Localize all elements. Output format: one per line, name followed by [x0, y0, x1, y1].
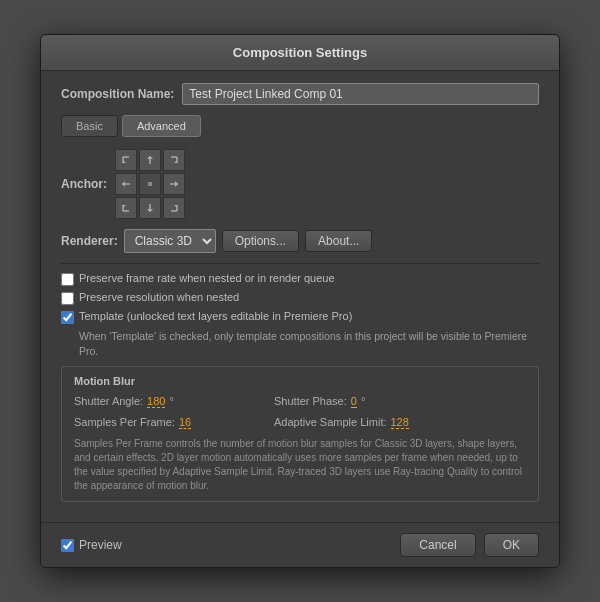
anchor-middle-left[interactable] — [115, 173, 137, 195]
motion-blur-section: Motion Blur Shutter Angle: 180 ° Shutter… — [61, 366, 539, 502]
motion-blur-title: Motion Blur — [74, 375, 526, 387]
anchor-middle-right[interactable] — [163, 173, 185, 195]
renderer-select[interactable]: Classic 3D — [124, 229, 216, 253]
template-label: Template (unlocked text layers editable … — [79, 310, 352, 322]
svg-marker-12 — [174, 205, 177, 208]
shutter-phase-unit: ° — [361, 395, 365, 407]
motion-blur-description: Samples Per Frame controls the number of… — [74, 437, 526, 493]
about-button[interactable]: About... — [305, 230, 372, 252]
shutter-phase-value[interactable]: 0 — [351, 395, 357, 408]
shutter-angle-value[interactable]: 180 — [147, 395, 165, 408]
template-checkbox[interactable] — [61, 311, 74, 324]
bottom-bar: Preview Cancel OK — [41, 522, 559, 567]
button-group: Cancel OK — [400, 533, 539, 557]
ok-button[interactable]: OK — [484, 533, 539, 557]
dialog-title: Composition Settings — [41, 35, 559, 71]
comp-name-input[interactable] — [182, 83, 539, 105]
adaptive-value[interactable]: 128 — [391, 416, 409, 429]
preserve-resolution-label: Preserve resolution when nested — [79, 291, 239, 303]
shutter-phase-item: Shutter Phase: 0 ° — [274, 395, 474, 408]
samples-value[interactable]: 16 — [179, 416, 191, 429]
anchor-grid — [115, 149, 185, 219]
samples-item: Samples Per Frame: 16 — [74, 416, 274, 429]
cancel-button[interactable]: Cancel — [400, 533, 475, 557]
adaptive-label: Adaptive Sample Limit: — [274, 416, 387, 428]
renderer-label: Renderer: — [61, 234, 118, 248]
svg-marker-3 — [174, 160, 177, 163]
options-button[interactable]: Options... — [222, 230, 299, 252]
shutter-angle-label: Shutter Angle: — [74, 395, 143, 407]
anchor-label: Anchor: — [61, 177, 107, 191]
renderer-row: Renderer: Classic 3D Options... About... — [61, 229, 539, 253]
preview-check-row: Preview — [61, 538, 122, 552]
composition-settings-dialog: Composition Settings Composition Name: B… — [40, 34, 560, 568]
preserve-framerate-label: Preserve frame rate when nested or in re… — [79, 272, 335, 284]
anchor-top-left[interactable] — [115, 149, 137, 171]
checkbox-row-3: Template (unlocked text layers editable … — [61, 310, 539, 324]
samples-label: Samples Per Frame: — [74, 416, 175, 428]
svg-marker-9 — [123, 205, 126, 208]
tab-advanced[interactable]: Advanced — [122, 115, 201, 137]
preview-checkbox[interactable] — [61, 539, 74, 552]
template-note: When 'Template' is checked, only templat… — [79, 329, 539, 358]
anchor-center[interactable] — [139, 173, 161, 195]
svg-marker-2 — [147, 156, 153, 159]
svg-marker-8 — [175, 181, 178, 187]
checkbox-row-2: Preserve resolution when nested — [61, 291, 539, 305]
shutter-angle-unit: ° — [169, 395, 173, 407]
anchor-top-center[interactable] — [139, 149, 161, 171]
anchor-top-right[interactable] — [163, 149, 185, 171]
adaptive-item: Adaptive Sample Limit: 128 — [274, 416, 474, 429]
shutter-row: Shutter Angle: 180 ° Shutter Phase: 0 ° — [74, 395, 526, 408]
preserve-resolution-checkbox[interactable] — [61, 292, 74, 305]
samples-row: Samples Per Frame: 16 Adaptive Sample Li… — [74, 416, 526, 429]
anchor-bottom-right[interactable] — [163, 197, 185, 219]
checkbox-row-1: Preserve frame rate when nested or in re… — [61, 272, 539, 286]
shutter-angle-item: Shutter Angle: 180 ° — [74, 395, 274, 408]
svg-marker-5 — [122, 181, 125, 187]
preserve-framerate-checkbox[interactable] — [61, 273, 74, 286]
svg-marker-0 — [123, 160, 126, 163]
shutter-phase-label: Shutter Phase: — [274, 395, 347, 407]
tabs: Basic Advanced — [61, 115, 539, 137]
preview-label: Preview — [79, 538, 122, 552]
anchor-bottom-center[interactable] — [139, 197, 161, 219]
anchor-bottom-left[interactable] — [115, 197, 137, 219]
anchor-row: Anchor: — [61, 149, 539, 219]
svg-marker-11 — [147, 209, 153, 212]
comp-name-row: Composition Name: — [61, 83, 539, 105]
divider — [61, 263, 539, 264]
tab-basic[interactable]: Basic — [61, 115, 118, 137]
comp-name-label: Composition Name: — [61, 87, 174, 101]
svg-rect-6 — [148, 182, 152, 186]
